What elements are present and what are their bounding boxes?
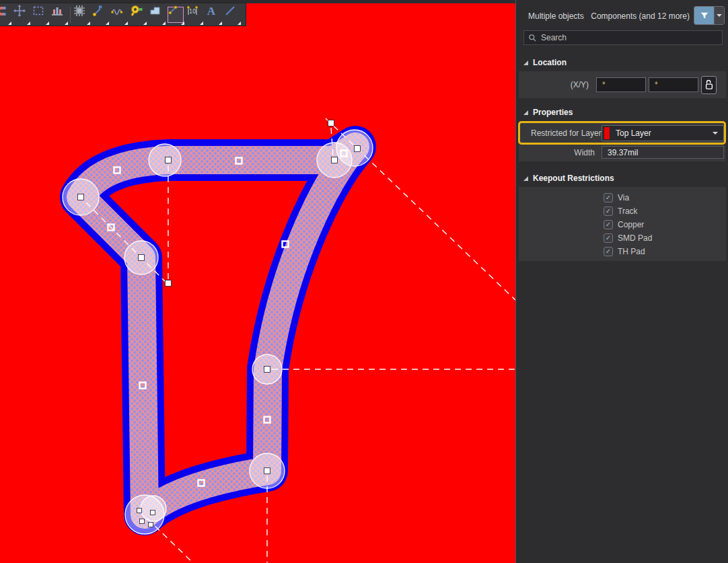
- move-crosshair-button[interactable]: [12, 3, 31, 26]
- keepout-option-copper[interactable]: Copper: [604, 219, 644, 229]
- dropdown-corner-icon: [181, 22, 184, 25]
- magnet-icon: [0, 3, 8, 18]
- filter-split-button[interactable]: [694, 6, 725, 25]
- panel-scope-label[interactable]: Components (and 12 more): [591, 11, 690, 21]
- properties-section-title: Properties: [533, 108, 573, 117]
- search-icon: [528, 34, 537, 42]
- panel-object-label: Multiple objects: [528, 11, 584, 21]
- interactive-route-button[interactable]: [91, 3, 110, 26]
- keepout-line-icon: [166, 3, 180, 17]
- keepout-section-title: Keepout Restrictions: [533, 174, 614, 183]
- checkbox-label: TH Pad: [618, 247, 645, 256]
- place-component-button[interactable]: [72, 3, 91, 26]
- checkbox-checked-icon[interactable]: [604, 220, 613, 229]
- dropdown-corner-icon: [238, 22, 241, 25]
- filter-funnel-icon: [700, 11, 709, 20]
- layer-select[interactable]: Top Layer: [602, 125, 724, 141]
- checkbox-label: SMD Pad: [618, 233, 652, 243]
- route-arrow-icon: [91, 3, 106, 18]
- keepout-region-drawing[interactable]: [0, 0, 515, 563]
- xy-label: (X/Y): [519, 80, 596, 89]
- placement-bars-button[interactable]: [50, 3, 69, 26]
- place-via-button[interactable]: [129, 3, 147, 26]
- chip-icon: [72, 3, 87, 18]
- properties-panel: Multiple objects Components (and 12 more…: [515, 0, 728, 563]
- tune-length-button[interactable]: [110, 3, 129, 26]
- keepout-option-th-pad[interactable]: TH Pad: [604, 246, 645, 256]
- svg-text:A: A: [207, 5, 216, 17]
- collapse-triangle-icon: [523, 110, 528, 115]
- active-tool-highlight: [168, 7, 184, 23]
- lock-xy-button[interactable]: [701, 76, 717, 94]
- chevron-down-icon: [717, 14, 722, 17]
- dropdown-corner-icon: [65, 22, 68, 25]
- polygon-pour-icon: [147, 3, 162, 18]
- collapse-triangle-icon: [523, 176, 528, 181]
- chevron-down-icon: [713, 132, 718, 135]
- layer-select-value: Top Layer: [616, 128, 713, 138]
- keepout-option-track[interactable]: Track: [604, 206, 638, 216]
- checkbox-label: Via: [618, 193, 629, 202]
- restricted-for-layer-label: Restricted for Layer: [531, 128, 602, 138]
- line-icon: [223, 3, 238, 18]
- checkbox-checked-icon[interactable]: [604, 247, 613, 256]
- meander-icon: [110, 3, 124, 18]
- filter-button[interactable]: [694, 7, 714, 24]
- filter-dropdown-button[interactable]: [714, 7, 724, 24]
- keepout-option-smd-pad[interactable]: SMD Pad: [604, 233, 652, 243]
- selection-rectangle-icon: [31, 3, 46, 18]
- dropdown-corner-icon: [219, 22, 222, 25]
- y-coordinate-field[interactable]: [649, 77, 698, 92]
- keepout-option-via[interactable]: Via: [604, 192, 629, 202]
- unlock-icon: [704, 79, 714, 90]
- dropdown-corner-icon: [46, 22, 49, 25]
- via-icon: [129, 3, 143, 18]
- dropdown-corner-icon: [162, 22, 166, 25]
- dropdown-corner-icon: [87, 22, 90, 25]
- collapse-triangle-icon: [523, 61, 528, 65]
- place-keepout-line-button[interactable]: [166, 3, 185, 26]
- width-label: Width: [519, 148, 595, 157]
- location-section-title: Location: [533, 58, 567, 67]
- width-field[interactable]: 39.37mil: [602, 146, 724, 159]
- x-coordinate-field[interactable]: [596, 77, 646, 92]
- checkbox-label: Track: [618, 207, 638, 216]
- place-dimension-button[interactable]: 10: [185, 3, 204, 26]
- select-area-button[interactable]: [31, 3, 50, 26]
- crosshair-icon: [12, 3, 27, 18]
- section-header-keepout[interactable]: Keepout Restrictions: [523, 174, 614, 183]
- place-line-button[interactable]: [223, 3, 242, 26]
- svg-text:10: 10: [189, 9, 196, 15]
- dropdown-corner-icon: [8, 22, 11, 25]
- checkbox-label: Copper: [618, 220, 644, 229]
- layer-color-swatch: [604, 127, 610, 139]
- dropdown-corner-icon: [106, 22, 109, 25]
- section-header-properties[interactable]: Properties: [523, 108, 573, 117]
- width-value: 39.37mil: [608, 148, 638, 157]
- pcb-canvas[interactable]: 10 A: [0, 0, 515, 563]
- dropdown-corner-icon: [124, 22, 128, 25]
- checkbox-checked-icon[interactable]: [604, 207, 613, 216]
- pcb-editor-window: 10 A Multiple objects: [0, 0, 728, 563]
- checkbox-checked-icon[interactable]: [604, 233, 613, 243]
- placement-toolbar: 10 A: [0, 3, 246, 26]
- bars-icon: [50, 3, 65, 18]
- search-box[interactable]: [523, 30, 723, 45]
- dropdown-corner-icon: [143, 22, 147, 25]
- dimension-icon: 10: [185, 3, 200, 18]
- location-section-body: (X/Y): [519, 71, 726, 98]
- section-header-location[interactable]: Location: [523, 58, 567, 67]
- search-input[interactable]: [541, 33, 722, 42]
- place-polygon-button[interactable]: [147, 3, 166, 26]
- text-icon: A: [204, 3, 219, 18]
- place-text-button[interactable]: A: [204, 3, 223, 26]
- snap-magnet-button[interactable]: [0, 3, 12, 26]
- keepout-section-body: Via Track Copper SMD Pad TH Pad: [519, 187, 726, 261]
- dropdown-corner-icon: [27, 22, 30, 25]
- toolbar-separator: [70, 7, 71, 23]
- checkbox-checked-icon[interactable]: [604, 193, 613, 202]
- properties-section-body: Restricted for Layer Top Layer Width 39.…: [519, 122, 726, 161]
- dropdown-corner-icon: [200, 22, 203, 25]
